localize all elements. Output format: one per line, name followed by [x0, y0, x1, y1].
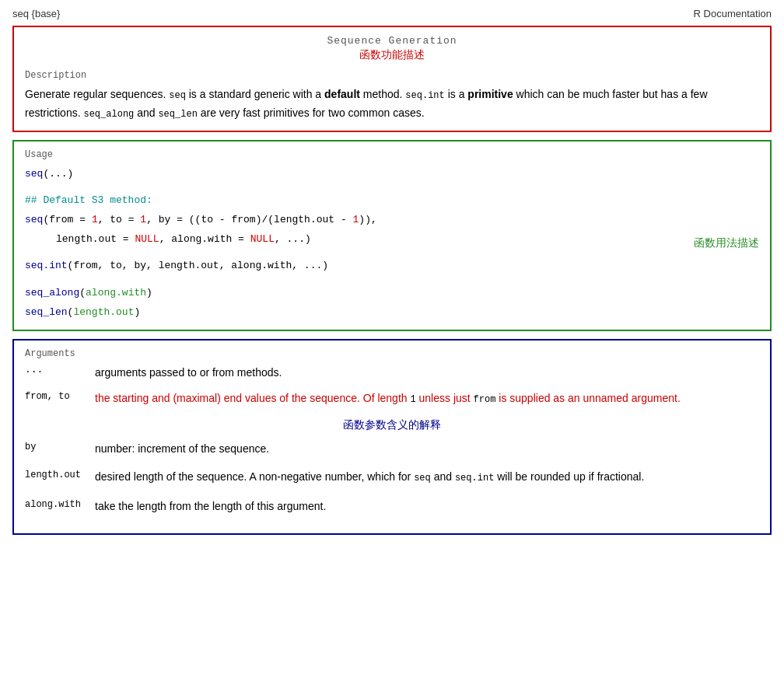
arg-name-from-to: from, to	[25, 389, 95, 402]
arg-name-length-out: length.out	[25, 468, 95, 480]
usage-label-zh: 函数用法描述	[694, 236, 759, 250]
arg-desc-by: number: increment of the sequence.	[95, 440, 759, 457]
arg-row-from-to: from, to the starting and (maximal) end …	[25, 389, 759, 407]
arguments-label-zh: 函数参数含义的解释	[25, 418, 759, 432]
usage-line-seq-along: seq_along(along.with)	[25, 284, 663, 303]
arguments-label: Arguments	[25, 348, 759, 359]
description-section: Sequence Generation 函数功能描述 Description G…	[12, 26, 772, 132]
header-left: seq {base}	[12, 8, 60, 19]
usage-code-block: seq(...) ## Default S3 method: seq(from …	[25, 165, 663, 323]
arg-name-by: by	[25, 440, 95, 452]
usage-line-seq-int: seq.int(from, to, by, length.out, along.…	[25, 257, 663, 276]
description-title-zh: 函数功能描述	[25, 48, 759, 62]
arg-desc-from-to: the starting and (maximal) end values of…	[95, 389, 759, 407]
header-right: R Documentation	[694, 8, 772, 19]
code-seq-call: seq	[25, 168, 43, 180]
code-seq: seq	[169, 90, 186, 101]
code-seq-along: seq_along	[83, 109, 134, 120]
usage-line-comment: ## Default S3 method:	[25, 191, 663, 211]
bold-primitive: primitive	[467, 88, 513, 100]
usage-line-seq-length: length.out = NULL, along.with = NULL, ..…	[25, 230, 663, 250]
usage-label: Usage	[25, 149, 759, 160]
description-label: Description	[25, 70, 759, 81]
arg-row-by: by number: increment of the sequence.	[25, 440, 759, 457]
code-seq-len: seq_len	[158, 109, 197, 120]
arguments-section: Arguments ... arguments passed to or fro…	[12, 339, 772, 535]
arg-row-dots: ... arguments passed to or from methods.	[25, 364, 759, 381]
arg-desc-length-out: desired length of the sequence. A non-ne…	[95, 468, 759, 486]
bold-default: default	[324, 88, 360, 100]
usage-line-seq-from: seq(from = 1, to = 1, by = ((to - from)/…	[25, 211, 663, 230]
usage-content-row: seq(...) ## Default S3 method: seq(from …	[25, 165, 759, 323]
code-comment-s3: ## Default S3 method:	[25, 194, 152, 206]
arg-name-dots: ...	[25, 364, 95, 381]
code-seq-int: seq.int	[405, 90, 444, 101]
arg-name-along-with: along.with	[25, 498, 95, 510]
arg-desc-along-with: take the length from the length of this …	[95, 498, 759, 515]
usage-section: Usage seq(...) ## Default S3 method: seq…	[12, 140, 772, 332]
arg-row-length-out: length.out desired length of the sequenc…	[25, 468, 759, 486]
description-title-block: Sequence Generation 函数功能描述	[25, 35, 759, 62]
description-title-en: Sequence Generation	[25, 35, 759, 47]
usage-line-seq-len: seq_len(length.out)	[25, 303, 663, 323]
arg-row-along-with: along.with take the length from the leng…	[25, 498, 759, 515]
usage-line-seq: seq(...)	[25, 165, 663, 184]
arg-desc-dots: arguments passed to or from methods.	[95, 364, 282, 381]
description-text: Generate regular sequences. seq is a sta…	[25, 86, 759, 123]
page-header: seq {base} R Documentation	[12, 8, 772, 19]
